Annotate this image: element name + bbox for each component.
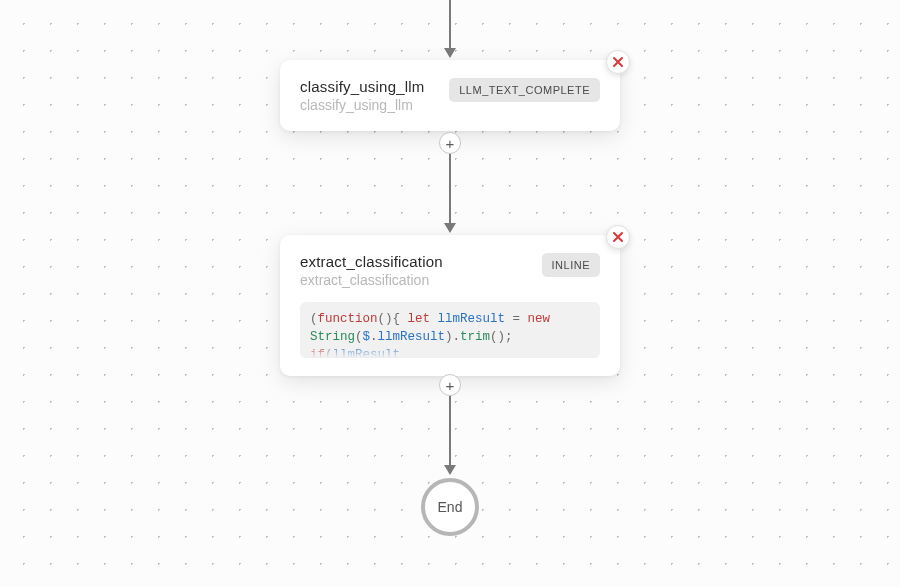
arrowhead-icon: [444, 465, 456, 475]
workflow-node-extract[interactable]: extract_classification extract_classific…: [280, 235, 620, 376]
plus-icon: +: [446, 378, 455, 393]
end-node[interactable]: End: [421, 478, 479, 536]
arrowhead-icon: [444, 48, 456, 58]
node-subtitle: extract_classification: [300, 272, 530, 288]
code-preview: (function(){ let llmResult = newString($…: [300, 302, 600, 358]
end-label: End: [438, 499, 463, 515]
add-node-button[interactable]: +: [439, 132, 461, 154]
node-type-badge: LLM_TEXT_COMPLETE: [449, 78, 600, 102]
close-button[interactable]: [606, 225, 630, 249]
node-header: extract_classification extract_classific…: [300, 253, 600, 288]
close-icon: [612, 231, 624, 243]
node-subtitle: classify_using_llm: [300, 97, 437, 113]
plus-icon: +: [446, 136, 455, 151]
node-header: classify_using_llm classify_using_llm LL…: [300, 78, 600, 113]
add-node-button[interactable]: +: [439, 374, 461, 396]
edge-segment: [449, 385, 451, 465]
close-icon: [612, 56, 624, 68]
edge-segment: [449, 0, 451, 48]
workflow-node-classify[interactable]: classify_using_llm classify_using_llm LL…: [280, 60, 620, 131]
close-button[interactable]: [606, 50, 630, 74]
edge-segment: [449, 143, 451, 223]
node-title: classify_using_llm: [300, 78, 437, 95]
arrowhead-icon: [444, 223, 456, 233]
workflow-canvas[interactable]: classify_using_llm classify_using_llm LL…: [0, 0, 900, 587]
node-title: extract_classification: [300, 253, 530, 270]
node-type-badge: INLINE: [542, 253, 600, 277]
